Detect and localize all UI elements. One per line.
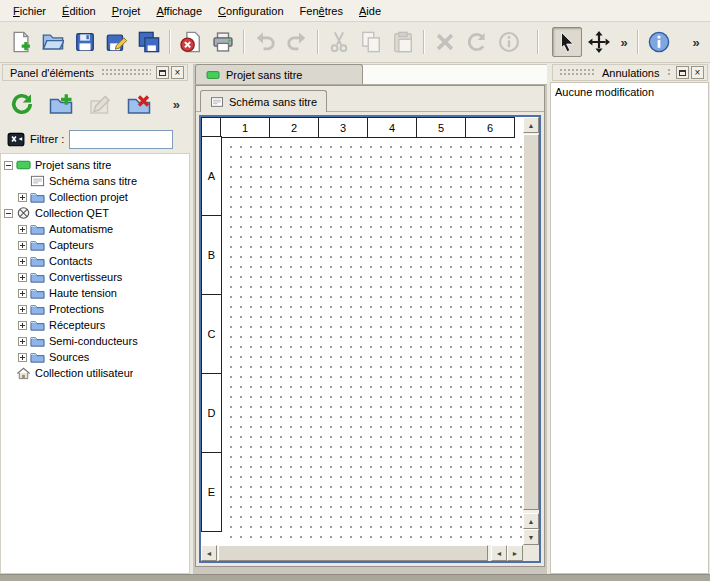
folder-icon [30, 286, 45, 300]
scroll-up-button-2[interactable]: ▲ [523, 513, 539, 529]
tree-item-capteurs[interactable]: Capteurs [1, 237, 189, 253]
toolbar-separator [317, 30, 319, 54]
elements-toolbar-overflow-button[interactable]: » [173, 98, 180, 111]
save-icon [74, 31, 96, 53]
paste-button[interactable] [388, 27, 418, 57]
menu-affichage[interactable]: Affichage [148, 1, 210, 21]
expand-icon[interactable] [18, 273, 27, 282]
tree-item-sources[interactable]: Sources [1, 349, 189, 365]
copy-button[interactable] [356, 27, 386, 57]
tree-item-contacts[interactable]: Contacts [1, 253, 189, 269]
toolbar-overflow-button[interactable]: » [616, 27, 632, 57]
tab-schema-sans-titre[interactable]: Schéma sans titre [200, 90, 327, 112]
menu-fenetres[interactable]: Fenêtres [292, 1, 351, 21]
float-panel-button[interactable] [676, 66, 689, 79]
menu-projet[interactable]: Projet [104, 1, 149, 21]
vertical-scroll-thumb[interactable] [523, 134, 539, 510]
expand-icon[interactable] [18, 193, 27, 202]
column-header-2: 2 [269, 117, 319, 138]
reload-collections-button[interactable] [6, 88, 38, 120]
dock-grip[interactable] [667, 68, 672, 77]
tree-item-schema-sans-titre[interactable]: Schéma sans titre [1, 173, 189, 189]
menu-fichier[interactable]: Fichier [5, 1, 54, 21]
expand-icon[interactable] [18, 337, 27, 346]
tree-item-label: Semi-conducteurs [49, 335, 138, 347]
clear-filter-button[interactable] [6, 130, 25, 149]
tree-item-label: Collection QET [35, 207, 109, 219]
tree-item-semi-conducteurs[interactable]: Semi-conducteurs [1, 333, 189, 349]
toolbar-separator [169, 30, 171, 54]
tree-item-collection-projet[interactable]: Collection projet [1, 189, 189, 205]
about-button[interactable] [644, 27, 674, 57]
cut-button[interactable] [324, 27, 354, 57]
tree-item-label: Capteurs [49, 239, 94, 251]
rotate-selection-button[interactable] [462, 27, 492, 57]
tree-item-convertisseurs[interactable]: Convertisseurs [1, 269, 189, 285]
tree-item-haute-tension[interactable]: Haute tension [1, 285, 189, 301]
close-document-button[interactable] [176, 27, 206, 57]
expand-icon[interactable] [18, 305, 27, 314]
toolbar-overflow-right-button[interactable]: » [688, 27, 704, 57]
save-as-button[interactable] [102, 27, 132, 57]
undo-history-list[interactable]: Aucune modification [550, 82, 709, 574]
collapse-icon[interactable] [4, 161, 13, 170]
collapse-icon[interactable] [4, 209, 13, 218]
horizontal-scroll-thumb[interactable] [218, 545, 488, 561]
pan-mode-button[interactable] [584, 27, 614, 57]
tree-item-projet-sans-titre[interactable]: Projet sans titre [1, 157, 189, 173]
redo-button[interactable] [282, 27, 312, 57]
tree-item-label: Projet sans titre [35, 159, 111, 171]
undo-icon [254, 31, 276, 53]
filter-row: Filtrer : [2, 127, 188, 151]
close-panel-button[interactable]: × [171, 66, 184, 79]
expand-icon[interactable] [18, 225, 27, 234]
tab-project-sans-titre[interactable]: Projet sans titre [195, 64, 363, 84]
elements-panel-header[interactable]: Panel d'éléments × [2, 64, 188, 81]
close-panel-button[interactable]: × [691, 66, 704, 79]
open-document-button[interactable] [38, 27, 68, 57]
dock-grip[interactable] [101, 68, 151, 77]
delete-element-button[interactable] [123, 88, 155, 120]
float-panel-button[interactable] [156, 66, 169, 79]
menu-edition[interactable]: Édition [54, 1, 104, 21]
scroll-up-button[interactable]: ▲ [523, 117, 539, 133]
undo-panel-header[interactable]: Annulations × [552, 64, 708, 81]
scroll-right-button[interactable]: ► [507, 545, 523, 561]
menu-aide[interactable]: Aide [351, 1, 389, 21]
undo-button[interactable] [250, 27, 280, 57]
scroll-left-button-2[interactable]: ◄ [491, 545, 507, 561]
vertical-scrollbar[interactable]: ▲ ▲ ▼ [523, 117, 539, 545]
menu-configuration[interactable]: Configuration [210, 1, 291, 21]
new-element-button[interactable] [45, 88, 77, 120]
scroll-down-button[interactable]: ▼ [523, 529, 539, 545]
column-header-6: 6 [465, 117, 515, 138]
expand-icon[interactable] [18, 289, 27, 298]
scrollbar-corner [523, 545, 539, 561]
new-document-button[interactable] [6, 27, 36, 57]
expand-icon[interactable] [18, 257, 27, 266]
qet-collection-icon [16, 206, 31, 220]
filter-input[interactable] [69, 130, 173, 149]
horizontal-scrollbar[interactable]: ◄ ◄ ► [201, 545, 523, 561]
info-gray-icon [498, 31, 520, 53]
dock-grip[interactable] [559, 68, 595, 77]
tree-item-recepteurs[interactable]: Récepteurs [1, 317, 189, 333]
delete-selection-button[interactable] [430, 27, 460, 57]
delete-icon [434, 31, 456, 53]
select-mode-button[interactable] [552, 27, 582, 57]
scroll-left-button[interactable]: ◄ [201, 545, 217, 561]
tree-item-collection-qet[interactable]: Collection QET [1, 205, 189, 221]
expand-icon[interactable] [18, 241, 27, 250]
tree-item-protections[interactable]: Protections [1, 301, 189, 317]
diagram-canvas[interactable]: 123456 ABCDE [201, 117, 523, 545]
save-all-button[interactable] [134, 27, 164, 57]
print-button[interactable] [208, 27, 238, 57]
selection-info-button[interactable] [494, 27, 524, 57]
save-button[interactable] [70, 27, 100, 57]
tree-item-collection-utilisateur[interactable]: Collection utilisateur [1, 365, 189, 381]
expand-icon[interactable] [18, 321, 27, 330]
print-icon [212, 31, 234, 53]
expand-icon[interactable] [18, 353, 27, 362]
edit-element-button[interactable] [84, 88, 116, 120]
tree-item-automatisme[interactable]: Automatisme [1, 221, 189, 237]
